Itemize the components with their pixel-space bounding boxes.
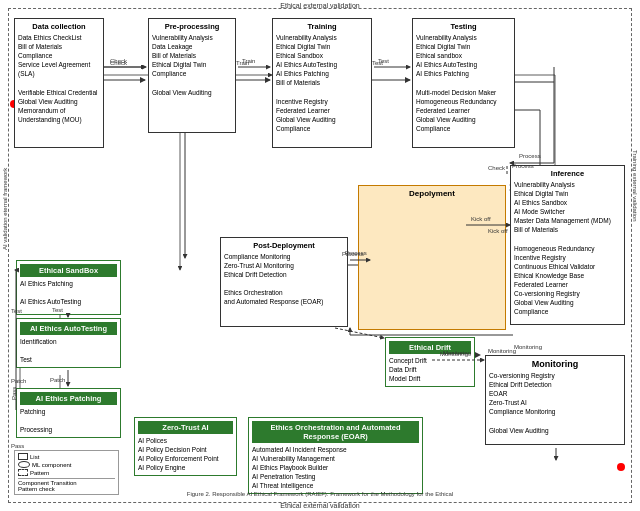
legend-box: List ML component Pattern Component Tran… xyxy=(14,450,119,495)
data-collection-content: Data Ethics CheckListBill of MaterialsCo… xyxy=(18,33,100,124)
ethical-sandbox-box: Ethical SandBox AI Ethics PatchingAI Eth… xyxy=(16,260,121,315)
legend-item-pattern: Pattern xyxy=(18,469,115,476)
test-arrow-label: Test xyxy=(11,308,22,314)
data-collection-title: Data collection xyxy=(18,22,100,31)
post-deployment-content: Compliance MonitoringZero-Trust AI Monit… xyxy=(224,252,344,307)
eoar-title: Ethics Orchestration and Automated Respo… xyxy=(252,421,419,443)
caption: Figure 2. Responsible AI Ethical Framewo… xyxy=(30,491,610,497)
ethical-drift-content: Concept DriftData DriftModel Drift xyxy=(389,356,471,383)
check-label2: Check xyxy=(488,165,505,171)
testing-content: Vulnerability AnalysisEthical Digital Tw… xyxy=(416,33,511,133)
patch-label: Patch xyxy=(11,378,26,384)
monitoring-box: Monitoring Co-versioning RegistryEthical… xyxy=(485,355,625,445)
monitoring-label1: Monitoring xyxy=(443,350,471,356)
zero-trust-content: AI PolicesAI Policy Decision PointAI Pol… xyxy=(138,436,233,472)
preprocessing-box: Pre-processing Vulnerability AnalysisDat… xyxy=(148,18,236,133)
test-label: Test xyxy=(372,60,383,66)
legend-ml-label: ML component xyxy=(32,462,71,468)
kickoff-label: Kick off xyxy=(488,228,508,234)
eoar-content: Automated AI Incident ResponseAI Vulnera… xyxy=(252,445,419,490)
testing-title: Testing xyxy=(416,22,511,31)
ethical-sandbox-title: Ethical SandBox xyxy=(20,264,117,277)
side-label-right: Training external validation xyxy=(632,150,638,250)
legend-list-label: List xyxy=(30,454,39,460)
process-label2: Process xyxy=(512,163,534,169)
legend-item-list: List xyxy=(18,453,115,460)
data-collection-box: Data collection Data Ethics CheckListBil… xyxy=(14,18,104,148)
diagram-container: Ethical external validation xyxy=(0,0,640,511)
preprocessing-content: Vulnerability AnalysisData LeakageBill o… xyxy=(152,33,232,97)
inference-content: Vulnerability AnalysisEthical Digital Tw… xyxy=(514,180,621,316)
training-box: Training Vulnerability AnalysisEthical D… xyxy=(272,18,372,148)
preprocessing-title: Pre-processing xyxy=(152,22,232,31)
pass-label: Pass xyxy=(11,443,24,449)
side-label-left: AI validation eternal framework xyxy=(2,150,8,250)
inference-title: Inference xyxy=(514,169,621,178)
training-content: Vulnerability AnalysisEthical Digital Tw… xyxy=(276,33,368,133)
ai-ethics-autotesting-content: IdentificationTest xyxy=(20,337,117,364)
bottom-label: Ethical external validation xyxy=(280,502,359,509)
check-label: Check xyxy=(110,60,127,66)
ethical-sandbox-content: AI Ethics PatchingAI Ethics AutoTesting xyxy=(20,279,117,306)
testing-box: Testing Vulnerability AnalysisEthical Di… xyxy=(412,18,515,148)
training-title: Training xyxy=(276,22,368,31)
legend-item-ml: ML component xyxy=(18,461,115,468)
ai-ethics-patching-box: AI Ethics Patching PatchingProcessing xyxy=(16,388,121,438)
ai-ethics-autotesting-box: AI Ethics AutoTesting IdentificationTest xyxy=(16,318,121,368)
top-label: Ethical external validation xyxy=(280,2,359,9)
ai-ethics-patching-content: PatchingProcessing xyxy=(20,407,117,434)
train-label: Train xyxy=(236,60,249,66)
ai-ethics-autotesting-title: AI Ethics AutoTesting xyxy=(20,322,117,335)
zero-trust-box: Zero-Trust AI AI PolicesAI Policy Decisi… xyxy=(134,417,237,476)
monitoring-content: Co-versioning RegistryEthical Drift Dete… xyxy=(489,371,621,435)
ai-ethics-patching-title: AI Ethics Patching xyxy=(20,392,117,405)
deployment-box: Depolyment Request Decision -Making Exec… xyxy=(358,185,506,330)
legend-dashed-rect xyxy=(18,469,28,476)
inference-box: Inference Vulnerability AnalysisEthical … xyxy=(510,165,625,325)
red-dot-right xyxy=(617,463,625,471)
post-deployment-box: Post-Deployment Compliance MonitoringZer… xyxy=(220,237,348,327)
legend-oval xyxy=(18,461,30,468)
legend-rect xyxy=(18,453,28,460)
ethical-drift-box: Ethical Drift Concept DriftData DriftMod… xyxy=(385,337,475,387)
process-label: Process xyxy=(345,250,367,256)
legend-footer: Component TransitionPattern check xyxy=(18,478,115,492)
deployment-title: Depolyment xyxy=(362,189,502,198)
legend-pattern-label: Pattern xyxy=(30,470,49,476)
post-deployment-title: Post-Deployment xyxy=(224,241,344,250)
monitoring-title: Monitoring xyxy=(489,359,621,369)
zero-trust-title: Zero-Trust AI xyxy=(138,421,233,434)
eoar-box: Ethics Orchestration and Automated Respo… xyxy=(248,417,423,494)
monitoring-label2: Monitoring xyxy=(488,348,516,354)
